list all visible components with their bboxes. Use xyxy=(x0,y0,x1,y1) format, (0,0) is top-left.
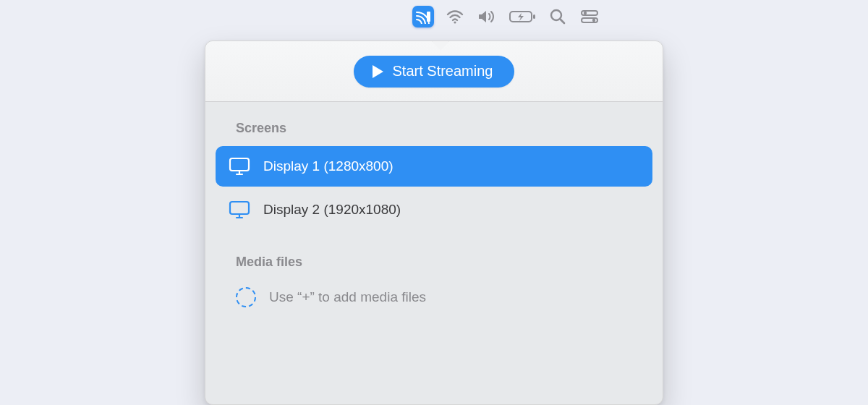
svg-rect-10 xyxy=(230,158,249,171)
svg-rect-3 xyxy=(533,14,535,19)
search-icon xyxy=(550,9,566,25)
streaming-popover: Start Streaming Screens Display 1 (1280x… xyxy=(205,40,663,405)
svg-rect-0 xyxy=(427,12,430,22)
sound-menubar-button[interactable] xyxy=(476,6,498,27)
battery-menubar-button[interactable] xyxy=(508,6,537,27)
menubar xyxy=(412,6,600,27)
cast-menubar-button[interactable] xyxy=(412,6,434,27)
svg-point-9 xyxy=(592,19,595,22)
popover-header: Start Streaming xyxy=(205,41,663,102)
screen-option-label: Display 2 (1920x1080) xyxy=(263,202,401,218)
play-icon xyxy=(371,64,384,79)
cast-icon xyxy=(414,9,432,24)
media-section-label: Media files xyxy=(205,230,663,280)
media-empty-hint: Use “+” to add media files xyxy=(269,289,426,305)
control-center-icon xyxy=(581,10,598,23)
start-streaming-label: Start Streaming xyxy=(393,63,493,80)
svg-point-4 xyxy=(551,10,561,20)
display-icon xyxy=(229,157,250,176)
svg-point-1 xyxy=(454,21,456,23)
popover-body: Screens Display 1 (1280x800) Display 2 (… xyxy=(205,102,663,336)
screen-option-label: Display 1 (1280x800) xyxy=(263,158,393,174)
start-streaming-button[interactable]: Start Streaming xyxy=(354,56,515,88)
spotlight-menubar-button[interactable] xyxy=(547,6,569,27)
add-placeholder-icon xyxy=(236,287,256,307)
speaker-icon xyxy=(477,9,496,24)
media-empty-row: Use “+” to add media files xyxy=(205,280,663,315)
battery-charging-icon xyxy=(509,10,535,23)
screens-section-label: Screens xyxy=(205,106,663,146)
display-icon xyxy=(229,200,250,219)
svg-line-5 xyxy=(561,20,564,23)
svg-rect-13 xyxy=(230,202,249,214)
screen-option-2[interactable]: Display 2 (1920x1080) xyxy=(216,189,652,230)
wifi-icon xyxy=(446,9,464,24)
control-center-menubar-button[interactable] xyxy=(579,6,600,27)
svg-point-7 xyxy=(584,12,587,14)
screen-option-1[interactable]: Display 1 (1280x800) xyxy=(216,146,652,187)
wifi-menubar-button[interactable] xyxy=(444,6,466,27)
